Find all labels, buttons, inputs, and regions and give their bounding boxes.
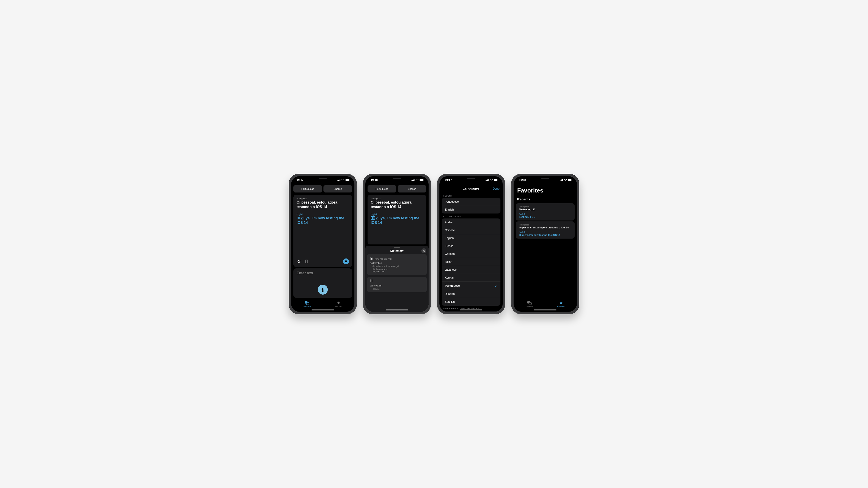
tab-translate[interactable]: Translate — [291, 299, 323, 309]
sheet-title: Dictionary — [391, 249, 404, 252]
language-row[interactable]: Arabic — [442, 219, 500, 226]
checkmark-icon: ✓ — [495, 284, 497, 288]
dict-definition: = Hawaii — [370, 288, 424, 290]
screen-languages: 19:17 Languages Done RECENT PortugueseEn… — [439, 176, 503, 312]
source-text[interactable]: Oi pessoal, estou agora testando o iOS 1… — [297, 200, 349, 209]
svg-rect-27 — [560, 181, 560, 181]
target-language-pill[interactable]: English — [398, 185, 426, 193]
source-language-pill[interactable]: Portuguese — [368, 185, 396, 193]
status-icons — [486, 179, 498, 181]
home-indicator[interactable] — [460, 310, 483, 311]
svg-rect-30 — [562, 179, 563, 181]
target-language-pill[interactable]: English — [323, 185, 352, 193]
star-icon — [336, 301, 341, 305]
battery-icon — [420, 179, 424, 181]
svg-rect-9 — [346, 260, 347, 262]
target-text[interactable]: Hi guys, I'm now testing the iOS 14 — [297, 216, 349, 225]
favorite-card[interactable]: PortugueseOi pessoal, estou agora testan… — [516, 221, 575, 238]
dictionary-book-icon[interactable] — [304, 259, 309, 264]
language-row[interactable]: Chinese — [442, 226, 500, 234]
language-row[interactable]: English — [442, 234, 500, 242]
play-audio-button[interactable] — [343, 258, 349, 264]
svg-rect-25 — [494, 180, 497, 181]
tab-favorites[interactable]: Favorites — [323, 299, 354, 309]
recent-languages-group: PortugueseEnglish — [442, 198, 500, 214]
source-lang-label: Portuguese — [297, 197, 349, 200]
language-list-scroll[interactable]: RECENT PortugueseEnglish ALL LANGUAGES A… — [439, 193, 503, 312]
translation-card: Portuguese Oi pessoal, estou agora testa… — [368, 195, 426, 245]
language-row[interactable]: German — [442, 250, 500, 258]
translate-icon — [305, 301, 309, 305]
fav-src-label: Portuguese — [519, 205, 571, 208]
nav-title: Languages — [463, 187, 479, 190]
svg-rect-19 — [424, 180, 424, 180]
star-icon — [559, 301, 563, 305]
home-indicator[interactable] — [311, 310, 334, 311]
tab-favorites[interactable]: Favorites — [545, 299, 577, 309]
microphone-icon — [321, 287, 325, 292]
translation-actions — [297, 256, 349, 264]
source-lang-label: Portuguese — [371, 197, 423, 200]
language-row[interactable]: Japanese — [442, 266, 500, 273]
microphone-button[interactable] — [318, 285, 328, 295]
wifi-icon — [490, 179, 493, 181]
fav-tgt-label: English — [519, 213, 571, 215]
tab-favorites-label: Favorites — [557, 305, 565, 307]
fav-src-label: Portuguese — [519, 224, 571, 226]
screen-translate: 19:17 Portuguese English Portuguese Oi p… — [291, 176, 354, 312]
language-row[interactable]: Italian — [442, 258, 500, 266]
signal-icon — [486, 179, 489, 181]
svg-rect-35 — [529, 302, 532, 304]
offline-language-row[interactable]: Arabic — [442, 311, 500, 312]
language-row[interactable]: Portuguese — [442, 198, 500, 205]
favorite-card[interactable]: PortugueseTestando, 123EnglishTesting , … — [516, 203, 575, 221]
screen-favorites: 19:18 Favorites Recents PortugueseTestan… — [514, 176, 577, 312]
svg-rect-33 — [572, 180, 572, 180]
translate-icon — [527, 301, 532, 305]
language-row[interactable]: Korean — [442, 273, 500, 282]
svg-rect-6 — [349, 180, 350, 180]
home-indicator[interactable] — [385, 310, 408, 311]
language-row[interactable]: Spanish — [442, 298, 500, 306]
sheet-close-button[interactable] — [421, 248, 426, 253]
tab-translate-label: Translate — [303, 305, 311, 307]
language-row[interactable]: Portuguese✓ — [442, 282, 500, 290]
home-indicator[interactable] — [534, 310, 557, 311]
language-row[interactable]: English — [442, 205, 500, 214]
svg-rect-16 — [414, 179, 414, 181]
favorite-star-icon[interactable] — [297, 259, 301, 264]
highlighted-word[interactable]: Hi — [371, 216, 375, 220]
svg-rect-15 — [413, 180, 413, 181]
tab-favorites-label: Favorites — [335, 305, 342, 307]
source-language-pill[interactable]: Portuguese — [293, 185, 322, 193]
battery-icon — [568, 179, 572, 181]
translation-card: Portuguese Oi pessoal, estou agora testa… — [293, 195, 352, 267]
dictionary-entry-HI[interactable]: HI abbreviation = Hawaii — [367, 277, 427, 292]
notch — [383, 176, 410, 181]
dictionary-entry-hi[interactable]: hi| AmE haɪ, BrE hʌɪ | exclamation infor… — [367, 254, 427, 275]
favorites-list: PortugueseTestando, 123EnglishTesting , … — [514, 202, 577, 239]
fav-tgt-text: Hi guys, I'm now testing the iOS 14 — [519, 234, 571, 236]
text-entry-card[interactable]: Enter text — [293, 268, 352, 298]
wifi-icon — [341, 179, 344, 181]
svg-rect-26 — [498, 180, 498, 180]
svg-rect-28 — [561, 180, 561, 181]
all-languages-group: ArabicChineseEnglishFrenchGermanItalianJ… — [442, 219, 500, 306]
source-text[interactable]: Oi pessoal, estou agora testando o iOS 1… — [371, 200, 423, 209]
sheet-grabber[interactable] — [394, 247, 400, 248]
done-button[interactable]: Done — [493, 187, 500, 190]
language-row[interactable]: Russian — [442, 290, 500, 298]
status-time: 19:17 — [297, 178, 304, 182]
target-text[interactable]: Hi guys, I'm now testing the iOS 14 — [371, 216, 423, 225]
target-lang-label: English — [371, 213, 423, 216]
notch — [458, 176, 485, 181]
dict-part-of-speech: abbreviation — [370, 285, 424, 287]
close-icon — [423, 250, 425, 252]
tab-translate[interactable]: Translate — [514, 299, 545, 309]
fav-src-text: Oi pessoal, estou agora testando o iOS 1… — [519, 226, 571, 229]
dict-usage: informal oi Brazil, olá Portugal — [370, 265, 424, 267]
dictionary-sheet[interactable]: Dictionary hi| AmE haɪ, BrE hʌɪ | exclam… — [365, 246, 429, 312]
language-row[interactable]: French — [442, 242, 500, 250]
sheet-title-bar: Dictionary — [365, 248, 429, 254]
pause-icon — [345, 260, 347, 263]
